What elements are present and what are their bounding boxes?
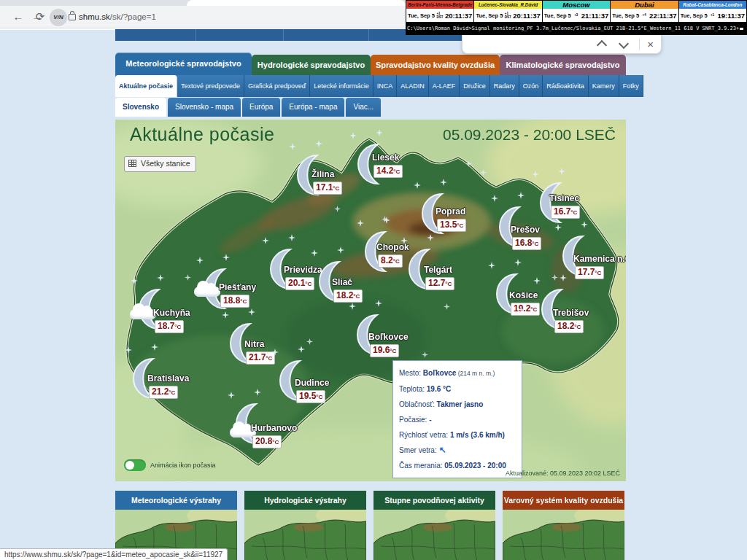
- sub-tab[interactable]: Fotky: [619, 75, 643, 97]
- sub-tab[interactable]: INCA: [374, 75, 398, 97]
- bottom-panel-title: Meteorologické výstrahy: [115, 491, 237, 510]
- station-temperature: 18.2°C: [554, 320, 584, 333]
- nav-segment[interactable]: [284, 29, 369, 41]
- clock-date: Tue, Sep 5: [544, 12, 571, 19]
- toggle-switch[interactable]: [124, 459, 146, 471]
- station-temperature: 17.1°C: [313, 182, 342, 195]
- all-stations-label: Všetky stanice: [141, 159, 190, 168]
- station-name: Dudince: [295, 378, 329, 388]
- sub-tab[interactable]: Kamery: [589, 75, 619, 97]
- all-stations-button[interactable]: Všetky stanice: [124, 156, 196, 172]
- sub-tab[interactable]: A-LAEF: [429, 75, 460, 97]
- temp-unit: °C: [316, 394, 322, 400]
- sub-tab[interactable]: Aktuálne počasie: [115, 75, 177, 97]
- sub-tab[interactable]: Ozón: [519, 75, 543, 97]
- station-name: Sliač: [332, 277, 352, 287]
- address-bar[interactable]: shmu.sk/sk/?page=1: [79, 6, 156, 28]
- bottom-panel[interactable]: Stupne povodňovej aktivity: [374, 491, 495, 560]
- sub-tab[interactable]: Textové predpovede: [177, 75, 244, 97]
- sub-tab[interactable]: Grafická predpoveď: [244, 75, 310, 97]
- temp-unit: °C: [393, 258, 400, 265]
- info-label: Počasie:: [399, 416, 429, 424]
- close-icon[interactable]: ×: [647, 39, 654, 50]
- station-name: Nitra: [244, 339, 264, 349]
- bottom-panel[interactable]: Hydrologické výstrahy: [244, 491, 366, 560]
- clock-utc-offset: +1DST: [505, 12, 511, 19]
- main-tab[interactable]: Spravodajstvo kvality ovzdušia: [371, 55, 500, 75]
- terminal-window[interactable]: C:\Users\Roman Dávid>Signal monitoring_P…: [406, 23, 747, 35]
- clock-value: 19:11:37: [718, 12, 746, 20]
- clock-city-label: Lučenec-Slovakia_R.Dávid: [474, 1, 541, 9]
- clock-utc-offset: +1DST: [436, 12, 443, 19]
- temp-value: 17.7: [578, 267, 595, 277]
- info-row: Oblačnosť: Takmer jasno: [399, 397, 516, 412]
- station-temperature: 19.2°C: [511, 303, 540, 316]
- temp-unit: °C: [595, 270, 601, 276]
- region-tab[interactable]: Slovensko: [115, 98, 166, 117]
- clock-widget: MoscowTue, Sep 5+321:11:37: [542, 0, 610, 23]
- info-value: 05.09.2023 - 20:00: [444, 462, 506, 470]
- back-button[interactable]: ←: [10, 9, 26, 25]
- sub-tab[interactable]: Letecké informácie: [310, 75, 374, 97]
- info-label: Rýchlosť vetra:: [399, 431, 450, 439]
- clock-value: 20:11:37: [445, 12, 473, 20]
- find-bar: ×: [462, 35, 662, 54]
- main-tab[interactable]: Klimatologické spravodajstvo: [500, 55, 626, 75]
- sub-tab[interactable]: ALADIN: [397, 75, 429, 97]
- station-temperature: 20.8°C: [252, 435, 282, 448]
- temp-value: 20.8: [255, 436, 272, 446]
- chevron-up-icon[interactable]: [597, 39, 607, 50]
- sub-tab[interactable]: Rádioaktivita: [543, 75, 589, 97]
- url-path: /sk/?page=1: [110, 12, 156, 21]
- temp-value: 19.5: [299, 391, 316, 401]
- temp-unit: °C: [532, 241, 538, 247]
- clock-city-label: Dubai: [611, 1, 678, 9]
- station-temperature: 16.8°C: [512, 237, 541, 250]
- main-tab[interactable]: Hydrologické spravodajstvo: [252, 55, 371, 75]
- nav-segment[interactable]: [196, 29, 284, 41]
- clock-date: Tue, Sep 5: [408, 12, 435, 19]
- animation-toggle[interactable]: Animácia ikon počasia: [124, 459, 216, 471]
- grid-icon: [128, 160, 136, 167]
- sub-tab[interactable]: Družice: [460, 75, 490, 97]
- clock-value: 21:11:37: [581, 12, 609, 20]
- nav-segment[interactable]: [115, 29, 196, 41]
- weather-map[interactable]: Aktuálne počasie 05.09.2023 - 20:00 LSEČ…: [115, 120, 626, 481]
- info-label: Mesto:: [399, 369, 423, 377]
- terminal-text: C:\Users\Roman Dávid>Signal monitoring_P…: [406, 23, 747, 35]
- temp-unit: °C: [333, 185, 339, 192]
- region-tab[interactable]: Viac...: [346, 98, 381, 117]
- meteo-sub-tabs: Aktuálne počasieTextové predpovedeGrafic…: [115, 75, 626, 97]
- station-name: Boľkovce: [368, 332, 409, 342]
- clock-time-row: Tue, Sep 5+1DST20:11:37: [474, 9, 541, 22]
- main-tab[interactable]: Meteorologické spravodajstvo: [115, 52, 252, 75]
- sub-tab[interactable]: Radary: [490, 75, 519, 97]
- region-tabs: SlovenskoSlovensko - mapaEurópaEurópa - …: [115, 98, 626, 117]
- info-row: Čas merania: 05.09.2023 - 20:00: [399, 458, 516, 473]
- lock-icon[interactable]: [69, 14, 76, 20]
- temp-value: 19.2: [514, 303, 530, 314]
- clock-widget: DubaiTue, Sep 5+422:11:37: [610, 0, 678, 23]
- vpn-extension-icon[interactable]: V/N: [50, 9, 67, 26]
- info-value: Boľkovce: [423, 369, 457, 377]
- chevron-down-icon[interactable]: [619, 38, 629, 48]
- station-name: Prievidza: [284, 265, 322, 275]
- region-tab[interactable]: Slovensko - mapa: [168, 98, 241, 117]
- region-tab[interactable]: Európa - mapa: [282, 98, 344, 117]
- info-label: Teplota:: [399, 385, 427, 393]
- browser-status-bar: https://www.shmu.sk/sk/?page=1&id=meteo_…: [0, 548, 228, 560]
- station-name: Telgárt: [424, 265, 452, 275]
- url-host: shmu.sk: [79, 12, 110, 21]
- reload-button[interactable]: ⟳: [32, 9, 48, 25]
- station-name: Košice: [509, 290, 538, 300]
- active-browser-tab[interactable]: [187, 0, 406, 6]
- station-temperature: 18.7°C: [155, 320, 184, 333]
- region-tab[interactable]: Európa: [242, 98, 280, 117]
- bottom-panel[interactable]: Varovný systém kvality ovzdušia: [503, 491, 624, 560]
- clock-time-row: Tue, Sep 5+119:11:37: [679, 9, 746, 22]
- info-value: Takmer jasno: [437, 400, 484, 408]
- station-name: Žilina: [311, 169, 334, 179]
- clock-city-label: Rabat-Casablanca-London: [679, 1, 746, 9]
- temp-unit: °C: [390, 348, 396, 354]
- temp-value: 12.7: [428, 278, 445, 288]
